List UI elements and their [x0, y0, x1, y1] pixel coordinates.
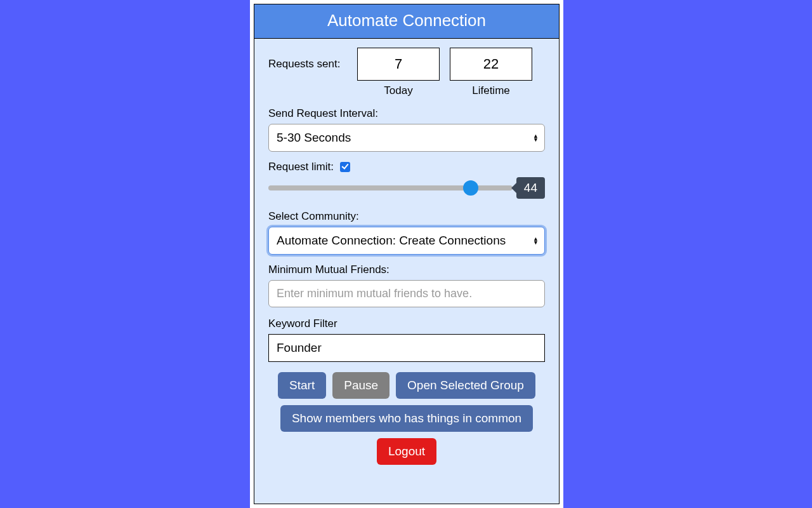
today-count-box: 7	[357, 48, 440, 81]
slider-thumb[interactable]	[463, 180, 478, 196]
pause-button[interactable]: Pause	[332, 372, 390, 399]
keyword-label: Keyword Filter	[268, 318, 545, 330]
lifetime-count-box: 22	[450, 48, 532, 81]
today-caption: Today	[357, 84, 440, 97]
open-group-button[interactable]: Open Selected Group	[396, 372, 535, 399]
mutual-label: Minimum Mutual Friends:	[268, 264, 545, 276]
main-panel: Automate Connection Requests sent: 7 22 …	[254, 4, 560, 504]
show-members-button[interactable]: Show members who has things in common	[280, 405, 533, 432]
logout-row: Logout	[268, 438, 545, 465]
interval-select[interactable]: 5-30 Seconds ▲▼	[268, 124, 545, 152]
logout-button[interactable]: Logout	[377, 438, 436, 465]
request-limit-label: Request limit:	[268, 161, 334, 173]
interval-select-value: 5-30 Seconds	[268, 124, 545, 152]
request-limit-slider[interactable]	[268, 185, 513, 190]
request-limit-checkbox[interactable]	[340, 162, 350, 172]
stats-captions: Today Lifetime	[268, 84, 545, 97]
keyword-filter-input[interactable]	[268, 334, 545, 362]
mutual-friends-input[interactable]	[268, 280, 545, 307]
extension-popup: Automate Connection Requests sent: 7 22 …	[250, 0, 563, 508]
request-limit-row: Request limit:	[268, 161, 545, 173]
panel-title: Automate Connection	[254, 4, 559, 39]
panel-body: Requests sent: 7 22 Today Lifetime Send …	[254, 39, 559, 504]
stats-row: Requests sent: 7 22	[268, 48, 545, 81]
interval-label: Send Request Interval:	[268, 107, 545, 120]
community-label: Select Community:	[268, 210, 545, 223]
caption-spacer	[268, 84, 347, 97]
requests-sent-label: Requests sent:	[268, 58, 347, 70]
slider-value-tooltip: 44	[516, 177, 545, 199]
lifetime-caption: Lifetime	[450, 84, 532, 97]
community-select[interactable]: Automate Connection: Create Connections …	[268, 227, 545, 255]
secondary-buttons-row: Show members who has things in common	[268, 405, 545, 432]
request-limit-slider-row: 44	[268, 177, 545, 199]
community-select-value: Automate Connection: Create Connections	[268, 227, 545, 255]
action-buttons-row: Start Pause Open Selected Group	[268, 372, 545, 399]
start-button[interactable]: Start	[278, 372, 326, 399]
